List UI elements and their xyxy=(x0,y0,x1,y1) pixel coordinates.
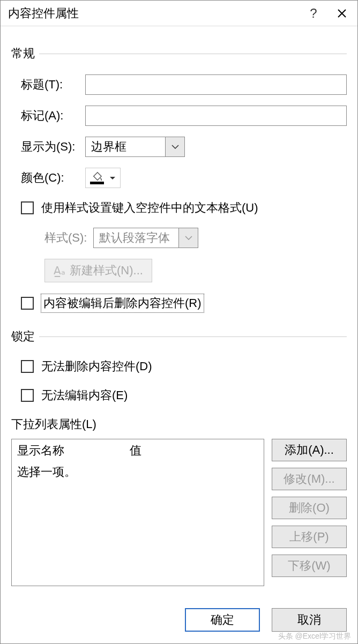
title-label: 标题(T): xyxy=(21,77,85,93)
color-row: 颜色(C): xyxy=(21,168,347,188)
cannot-delete-row: 无法删除内容控件(D) xyxy=(21,358,347,375)
list-col-name: 显示名称 xyxy=(17,443,130,459)
title-row: 标题(T): xyxy=(21,74,347,95)
show-as-dropdown-button[interactable] xyxy=(166,137,185,157)
color-label: 颜色(C): xyxy=(21,170,85,186)
list-item-name: 选择一项。 xyxy=(17,464,130,480)
group-general-label: 常规 xyxy=(11,46,35,62)
color-swatch xyxy=(90,182,104,184)
move-up-button: 上移(P) xyxy=(272,526,347,548)
chevron-down-icon xyxy=(171,145,179,149)
help-button[interactable]: ? xyxy=(301,1,326,26)
style-icon: A̲ₐ xyxy=(54,264,65,277)
new-style-label: 新建样式(N)... xyxy=(70,263,143,279)
dropdown-list-box[interactable]: 显示名称 值 选择一项。 xyxy=(11,439,264,586)
list-header: 显示名称 值 xyxy=(12,439,264,462)
cannot-delete-checkbox[interactable] xyxy=(21,360,34,373)
group-lock-label: 锁定 xyxy=(11,328,35,345)
chevron-down-icon xyxy=(109,176,116,180)
style-select: 默认段落字体 xyxy=(93,228,198,248)
style-label: 样式(S): xyxy=(44,230,87,246)
remove-after-edit-checkbox[interactable] xyxy=(21,297,34,310)
style-value: 默认段落字体 xyxy=(93,228,179,248)
color-picker[interactable] xyxy=(85,168,121,188)
show-as-select[interactable]: 边界框 xyxy=(85,137,185,157)
group-general: 常规 xyxy=(11,46,347,62)
cannot-edit-checkbox[interactable] xyxy=(21,389,34,402)
dialog-body: 常规 标题(T): 标记(A): 显示为(S): 边界框 颜色(C): xyxy=(1,26,357,598)
add-button[interactable]: 添加(A)... xyxy=(272,439,347,461)
delete-button: 删除(O) xyxy=(272,497,347,519)
show-as-label: 显示为(S): xyxy=(21,139,85,155)
show-as-value: 边界框 xyxy=(85,137,166,157)
title-input[interactable] xyxy=(85,74,347,95)
use-style-checkbox[interactable] xyxy=(21,201,34,214)
tag-input[interactable] xyxy=(85,106,347,126)
modify-button: 修改(M)... xyxy=(272,468,347,490)
group-lock: 锁定 xyxy=(11,328,347,345)
content-control-properties-dialog: 内容控件属性 ? 常规 标题(T): 标记(A): 显示为(S): 边界框 xyxy=(0,0,358,644)
list-side-buttons: 添加(A)... 修改(M)... 删除(O) 上移(P) 下移(W) xyxy=(272,439,347,586)
dropdown-list-section: 下拉列表属性(L) 显示名称 值 选择一项。 添加(A)... 修改(M)...… xyxy=(11,416,347,586)
cannot-edit-row: 无法编辑内容(E) xyxy=(21,387,347,403)
dropdown-body: 显示名称 值 选择一项。 添加(A)... 修改(M)... 删除(O) 上移(… xyxy=(11,439,347,586)
close-button[interactable] xyxy=(326,1,357,26)
watermark: 头条 @Excel学习世界 xyxy=(278,632,351,641)
tag-label: 标记(A): xyxy=(21,108,85,124)
new-style-button: A̲ₐ 新建样式(N)... xyxy=(44,259,152,282)
list-col-value: 值 xyxy=(130,443,258,459)
divider xyxy=(39,336,347,337)
remove-after-edit-row: 内容被编辑后删除内容控件(R) xyxy=(21,294,347,312)
paint-bucket-icon xyxy=(90,171,104,184)
titlebar: 内容控件属性 ? xyxy=(1,1,357,26)
show-as-row: 显示为(S): 边界框 xyxy=(21,137,347,157)
cannot-edit-label: 无法编辑内容(E) xyxy=(41,387,128,403)
use-style-checkbox-row: 使用样式设置键入空控件中的文本格式(U) xyxy=(21,200,347,216)
close-icon xyxy=(337,9,347,18)
list-item-value xyxy=(130,464,258,480)
cannot-delete-label: 无法删除内容控件(D) xyxy=(41,358,152,375)
list-item[interactable]: 选择一项。 xyxy=(12,462,264,482)
move-down-button: 下移(W) xyxy=(272,555,347,577)
dropdown-list-label: 下拉列表属性(L) xyxy=(11,416,347,432)
chevron-down-icon xyxy=(185,236,192,240)
divider xyxy=(39,54,347,54)
ok-button[interactable]: 确定 xyxy=(185,608,260,632)
style-dropdown-button xyxy=(179,228,198,248)
style-row: 样式(S): 默认段落字体 xyxy=(44,228,347,248)
cancel-button[interactable]: 取消 xyxy=(272,608,347,632)
dialog-title: 内容控件属性 xyxy=(8,5,301,21)
remove-after-edit-label: 内容被编辑后删除内容控件(R) xyxy=(41,294,204,312)
use-style-label: 使用样式设置键入空控件中的文本格式(U) xyxy=(41,200,258,216)
tag-row: 标记(A): xyxy=(21,106,347,126)
